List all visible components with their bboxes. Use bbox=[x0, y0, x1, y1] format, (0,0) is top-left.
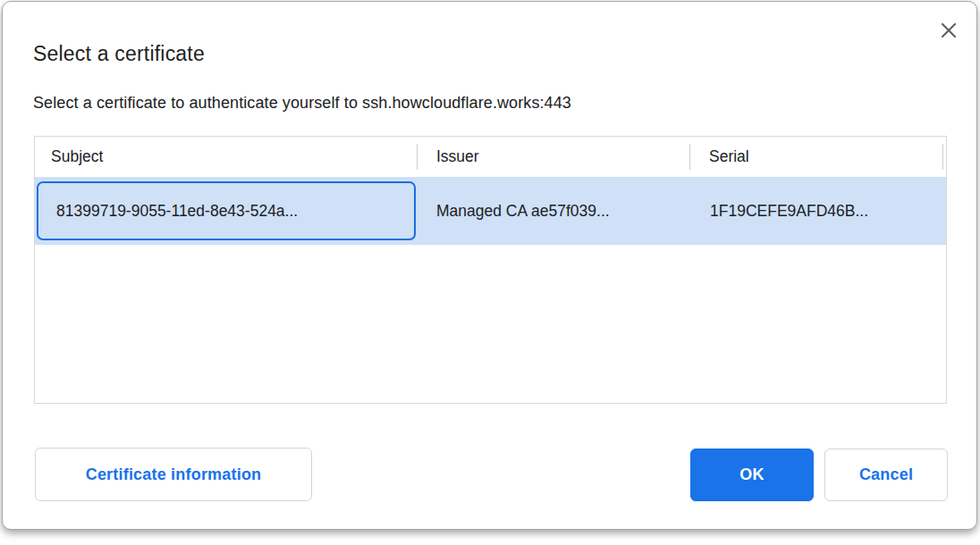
cancel-button[interactable]: Cancel bbox=[824, 449, 948, 501]
certificate-information-button[interactable]: Certificate information bbox=[35, 448, 312, 501]
certificate-picker-dialog: Select a certificate Select a certificat… bbox=[2, 1, 977, 530]
cell-subject: 81399719-9055-11ed-8e43-524a... bbox=[56, 202, 298, 221]
column-header-serial: Serial bbox=[709, 137, 749, 177]
close-button[interactable] bbox=[934, 16, 964, 46]
column-header-issuer: Issuer bbox=[436, 137, 479, 177]
subject-cell-focus-ring: 81399719-9055-11ed-8e43-524a... bbox=[37, 181, 416, 240]
cell-serial: 1F19CEFE9AFD46B... bbox=[710, 202, 868, 221]
dialog-subtitle: Select a certificate to authenticate you… bbox=[33, 94, 571, 113]
certificate-table: Subject Issuer Serial 81399719-9055-11ed… bbox=[34, 136, 947, 404]
table-header: Subject Issuer Serial bbox=[35, 137, 946, 177]
column-divider bbox=[942, 144, 943, 170]
column-divider bbox=[417, 144, 418, 170]
ok-button[interactable]: OK bbox=[690, 449, 814, 501]
column-header-subject: Subject bbox=[51, 137, 103, 177]
column-divider bbox=[689, 144, 690, 170]
cell-issuer: Managed CA ae57f039... bbox=[436, 202, 610, 221]
close-icon bbox=[940, 21, 958, 42]
certificate-row-selected[interactable]: 81399719-9055-11ed-8e43-524a... Managed … bbox=[35, 177, 946, 245]
page-title: Select a certificate bbox=[33, 42, 205, 66]
